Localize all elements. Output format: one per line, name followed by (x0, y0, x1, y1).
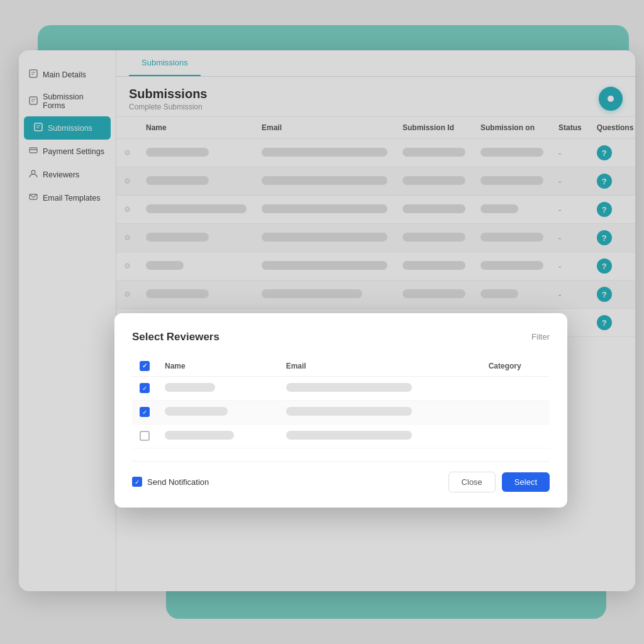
reviewers-table: Name Email Category (132, 356, 550, 448)
filter-link[interactable]: Filter (531, 332, 550, 341)
send-notification-checkbox[interactable] (132, 477, 142, 487)
col-reviewer-name: Name (157, 356, 279, 377)
reviewer-name-2 (165, 407, 228, 416)
select-button[interactable]: Select (502, 472, 550, 492)
reviewer-checkbox-2[interactable] (140, 407, 150, 417)
reviewer-row (132, 424, 550, 448)
modal-footer: Send Notification Close Select (132, 461, 550, 492)
reviewer-row (132, 376, 550, 400)
modal-title: Select Reviewers (132, 331, 219, 343)
send-notification-container: Send Notification (132, 477, 209, 487)
footer-actions: Close Select (448, 472, 550, 492)
reviewer-email-3 (286, 431, 412, 440)
reviewer-row (132, 400, 550, 424)
reviewer-email-2 (286, 407, 412, 416)
send-notification-label: Send Notification (147, 477, 209, 487)
reviewer-checkbox-3[interactable] (140, 431, 150, 441)
col-reviewer-email: Email (279, 356, 481, 377)
reviewer-checkbox-1[interactable] (140, 383, 150, 393)
reviewer-name-3 (165, 431, 234, 440)
modal-overlay: Select Reviewers Filter Name Email Categ… (0, 0, 644, 644)
col-reviewer-category: Category (481, 356, 550, 377)
select-all-checkbox[interactable] (140, 361, 150, 371)
reviewer-name-1 (165, 383, 215, 392)
select-reviewers-modal: Select Reviewers Filter Name Email Categ… (114, 313, 567, 508)
close-button[interactable]: Close (448, 472, 496, 492)
reviewer-email-1 (286, 383, 412, 392)
modal-header: Select Reviewers Filter (132, 331, 550, 343)
